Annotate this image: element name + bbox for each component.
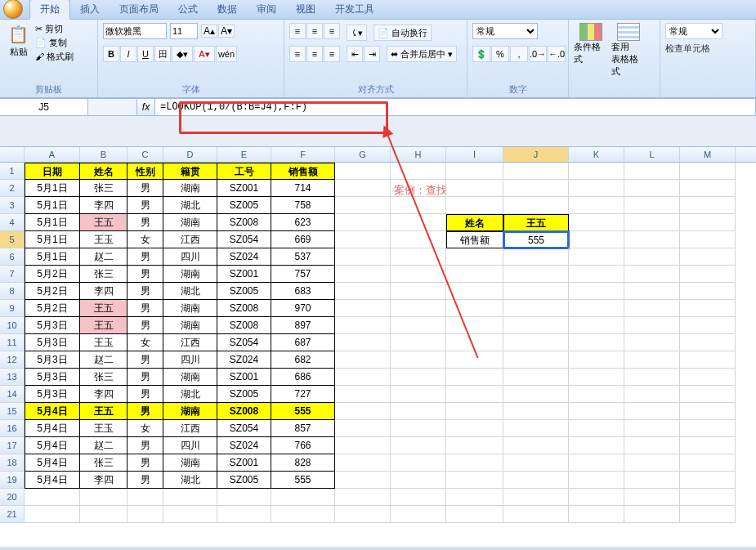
cell-B9[interactable]: 王五 (80, 300, 127, 317)
ribbon-tab-3[interactable]: 公式 (168, 0, 208, 19)
ribbon-tab-4[interactable]: 数据 (208, 0, 247, 19)
cell-E12[interactable]: SZ024 (217, 351, 271, 369)
cell-F17[interactable]: 766 (271, 437, 335, 454)
cell-I13[interactable] (446, 369, 503, 386)
cell-F2[interactable]: 714 (271, 180, 335, 197)
column-header-D[interactable]: D (163, 147, 217, 162)
cell-C16[interactable]: 女 (127, 420, 163, 437)
cell-E17[interactable]: SZ024 (217, 437, 271, 454)
cell-I3[interactable] (446, 197, 503, 214)
cell-H8[interactable] (391, 283, 446, 300)
cell-A18[interactable]: 5月4日 (25, 454, 80, 472)
cell-K10[interactable] (569, 317, 624, 334)
cell-A12[interactable]: 5月3日 (25, 351, 80, 369)
cell-E13[interactable]: SZ001 (217, 369, 271, 386)
cell-L10[interactable] (624, 317, 680, 334)
row-header-3[interactable]: 3 (0, 197, 25, 214)
cell-E7[interactable]: SZ001 (217, 266, 271, 283)
row-header-8[interactable]: 8 (0, 283, 25, 300)
row-header-21[interactable]: 21 (0, 506, 25, 523)
cell-C5[interactable]: 女 (127, 231, 163, 248)
name-box[interactable]: J5 (0, 98, 88, 116)
cell-D4[interactable]: 湖南 (163, 214, 217, 231)
cell-I16[interactable] (446, 420, 503, 437)
cell-H12[interactable] (391, 351, 446, 369)
cell-J17[interactable] (503, 437, 569, 454)
wrap-text-button[interactable]: 📄 自动换行 (374, 25, 432, 41)
cell-L4[interactable] (624, 214, 680, 231)
cell-B2[interactable]: 张三 (80, 180, 127, 197)
cell-M3[interactable] (680, 197, 736, 214)
cell-I14[interactable] (446, 386, 503, 403)
column-header-A[interactable]: A (25, 147, 80, 162)
cell-H20[interactable] (391, 489, 446, 506)
cell-J12[interactable] (503, 351, 569, 369)
cell-L9[interactable] (624, 300, 680, 317)
cell-J7[interactable] (503, 266, 569, 283)
cell-K6[interactable] (569, 248, 624, 266)
fill-color-button[interactable]: ◆▾ (172, 46, 193, 62)
cell-M11[interactable] (680, 334, 736, 351)
row-header-2[interactable]: 2 (0, 180, 25, 197)
cell-L20[interactable] (624, 489, 680, 506)
cell-E14[interactable]: SZ005 (217, 386, 271, 403)
cell-H15[interactable] (391, 403, 446, 420)
cell-M6[interactable] (680, 248, 736, 266)
row-header-12[interactable]: 12 (0, 351, 25, 369)
cell-B11[interactable]: 王玉 (80, 334, 127, 351)
ribbon-tab-2[interactable]: 页面布局 (110, 0, 168, 19)
cell-B3[interactable]: 李四 (80, 197, 127, 214)
cell-B16[interactable]: 王玉 (80, 420, 127, 437)
column-header-G[interactable]: G (335, 147, 391, 162)
cell-M10[interactable] (680, 317, 736, 334)
cell-M8[interactable] (680, 283, 736, 300)
cell-M18[interactable] (680, 454, 736, 472)
cell-L15[interactable] (624, 403, 680, 420)
cell-K21[interactable] (569, 506, 624, 523)
cell-J9[interactable] (503, 300, 569, 317)
cell-B12[interactable]: 赵二 (80, 351, 127, 369)
cell-K14[interactable] (569, 386, 624, 403)
fx-button[interactable]: fx (137, 98, 155, 116)
cell-A8[interactable]: 5月2日 (25, 283, 80, 300)
cell-M2[interactable] (680, 180, 736, 197)
column-header-L[interactable]: L (624, 147, 680, 162)
align-top-button[interactable]: ≡ (289, 23, 306, 39)
cell-G17[interactable] (335, 437, 391, 454)
column-header-I[interactable]: I (446, 147, 503, 162)
align-bottom-button[interactable]: ≡ (324, 23, 340, 39)
cell-E9[interactable]: SZ008 (217, 300, 271, 317)
cell-J2[interactable] (503, 180, 569, 197)
ribbon-tab-7[interactable]: 开发工具 (325, 0, 384, 19)
font-color-button[interactable]: A▾ (194, 46, 215, 62)
ribbon-tab-6[interactable]: 视图 (286, 0, 325, 19)
cell-D12[interactable]: 四川 (163, 351, 217, 369)
cell-K20[interactable] (569, 489, 624, 506)
cell-I15[interactable] (446, 403, 503, 420)
cell-J10[interactable] (503, 317, 569, 334)
cell-F1[interactable]: 销售额 (271, 163, 335, 180)
merge-center-button[interactable]: ⬌ 合并后居中 ▾ (387, 46, 457, 62)
cell-M20[interactable] (680, 489, 736, 506)
cell-H21[interactable] (391, 506, 446, 523)
cell-D17[interactable]: 四川 (163, 437, 217, 454)
cell-G13[interactable] (335, 369, 391, 386)
cell-A17[interactable]: 5月4日 (25, 437, 80, 454)
cell-A19[interactable]: 5月4日 (25, 472, 80, 489)
cell-C1[interactable]: 性别 (127, 163, 163, 180)
cell-E5[interactable]: SZ054 (217, 231, 271, 248)
cell-L16[interactable] (624, 420, 680, 437)
cell-L2[interactable] (624, 180, 680, 197)
decrease-decimal-button[interactable]: ←.0 (548, 46, 566, 62)
cell-I1[interactable] (446, 163, 503, 180)
cell-K16[interactable] (569, 420, 624, 437)
cell-B15[interactable]: 王五 (80, 403, 127, 420)
cell-E21[interactable] (217, 506, 271, 523)
cell-C17[interactable]: 男 (127, 437, 163, 454)
formula-bar-buttons[interactable] (88, 98, 137, 116)
cell-E15[interactable]: SZ008 (217, 403, 271, 420)
cell-F21[interactable] (271, 506, 335, 523)
cell-E18[interactable]: SZ001 (217, 454, 271, 472)
cell-J3[interactable] (503, 197, 569, 214)
cell-L18[interactable] (624, 454, 680, 472)
